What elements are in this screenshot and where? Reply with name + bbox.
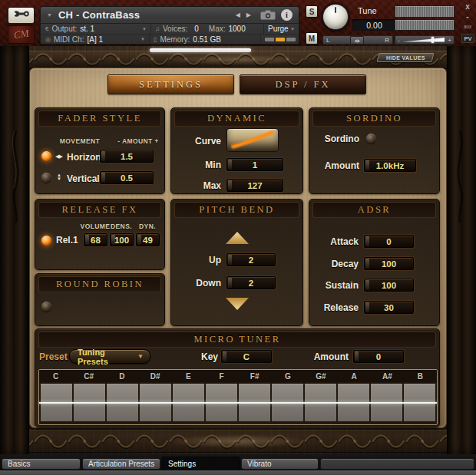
hide-values-button[interactable]: HIDE VALUES bbox=[377, 53, 435, 62]
note-label: A bbox=[338, 372, 371, 381]
vertical-arrows-icon: ▲▼ bbox=[57, 173, 61, 181]
tuner-amount-field[interactable]: 0 bbox=[353, 350, 404, 363]
vertical-led[interactable] bbox=[41, 173, 51, 183]
memory-display: ▯ Memory: 0.51 GB bbox=[149, 35, 260, 44]
horizontal-amount-field[interactable]: 1.5 bbox=[100, 150, 154, 163]
note-label: C# bbox=[72, 372, 105, 381]
midi-channel-select[interactable]: ◎ MIDI Ch: [A] 1 ▼ bbox=[41, 35, 149, 44]
volume-wedge bbox=[402, 36, 445, 44]
aux-button[interactable]: aux bbox=[461, 24, 474, 29]
output-icon: € bbox=[45, 25, 48, 32]
progress-bar bbox=[150, 48, 251, 52]
kontakt-header: CM ▼ CH - ContraBass ◀ ▶ i bbox=[0, 0, 476, 46]
release-dynamic-field[interactable]: 49 bbox=[136, 233, 160, 246]
panel-title: FADER STYLE bbox=[38, 111, 161, 127]
chevron-down-icon[interactable]: ▼ bbox=[47, 12, 52, 18]
voices-icon: ♫ bbox=[155, 25, 160, 32]
panel-title: DYNAMIC bbox=[174, 111, 299, 127]
tab-dsp-fx[interactable]: DSP / FX bbox=[240, 74, 366, 94]
info-button[interactable]: i bbox=[281, 9, 293, 21]
panel-title: ADSR bbox=[312, 202, 436, 218]
prev-arrow-icon[interactable]: ◀ bbox=[236, 12, 240, 18]
release-density-field[interactable]: 100 bbox=[110, 233, 134, 246]
purge-bars bbox=[265, 38, 296, 41]
pitch-down-arrow[interactable] bbox=[226, 298, 249, 310]
note-label: D bbox=[105, 372, 138, 381]
instrument-title: CH - ContraBass bbox=[58, 9, 140, 21]
tune-knob[interactable] bbox=[322, 4, 349, 30]
adsr-attack-field[interactable]: 0 bbox=[364, 235, 414, 248]
bottom-tab-settings[interactable]: Settings bbox=[162, 457, 240, 471]
pitch-up-field[interactable]: 2 bbox=[226, 253, 276, 266]
note-label: C bbox=[39, 372, 72, 381]
mute-button[interactable]: M bbox=[306, 32, 318, 45]
dynamic-max-field[interactable]: 127 bbox=[226, 179, 283, 192]
pitch-up-arrow[interactable] bbox=[226, 232, 249, 244]
volume-slider[interactable]: - + bbox=[395, 35, 455, 45]
release-volume-field[interactable]: 68 bbox=[84, 233, 107, 246]
panel-title: ROUND ROBIN bbox=[38, 276, 161, 292]
instrument-header-panel: ▼ CH - ContraBass ◀ ▶ i € Output: bbox=[40, 6, 299, 45]
panel-title: MICRO TUNER bbox=[38, 332, 436, 348]
tuner-zero-line bbox=[39, 402, 437, 404]
vertical-amount-field[interactable]: 0.5 bbox=[100, 171, 154, 184]
panel-title: SORDINO bbox=[312, 111, 436, 127]
bottom-tab-articulation-presets[interactable]: Articulation Presets bbox=[82, 458, 160, 470]
brand-logo: CM bbox=[8, 25, 35, 44]
pitch-bend-panel: PITCH BEND Up 2 Down 2 bbox=[170, 199, 303, 326]
sordino-amount-field[interactable]: 1.0kHz bbox=[364, 159, 416, 172]
instrument-title-row[interactable]: ▼ CH - ContraBass ◀ ▶ i bbox=[41, 7, 299, 24]
release-fx-panel: RELEASE FX VOLUME DENS. DYN. Rel.1 68 10… bbox=[35, 199, 165, 270]
bottom-tab-basics[interactable]: Basics bbox=[2, 458, 81, 470]
tuner-keyboard: C C# D D# E F F# G G# A A# B bbox=[38, 369, 438, 425]
release-led[interactable] bbox=[41, 236, 51, 246]
adsr-sustain-field[interactable]: 100 bbox=[364, 279, 414, 292]
adsr-decay-field[interactable]: 100 bbox=[364, 257, 414, 270]
output-select[interactable]: € Output: st. 1 ▼ bbox=[41, 24, 150, 34]
pan-slider[interactable]: L ◂|▸ R bbox=[322, 35, 393, 45]
note-label: F bbox=[205, 372, 238, 381]
dropdown-caret-icon: ▼ bbox=[137, 353, 144, 360]
purge-caret-icon: ▼ bbox=[290, 27, 295, 31]
note-label: E bbox=[172, 372, 205, 381]
preset-dropdown[interactable]: Tuning Presets ▼ bbox=[69, 349, 150, 364]
tuner-cells bbox=[39, 382, 437, 423]
sordino-panel: SORDINO Sordino Amount 1.0kHz bbox=[309, 107, 440, 194]
bottom-tab-vibrato[interactable]: Vibrato bbox=[241, 458, 319, 470]
left-pillar-ornament bbox=[0, 46, 29, 454]
wrench-button[interactable] bbox=[8, 7, 35, 24]
curve-display[interactable] bbox=[226, 128, 279, 152]
dynamic-min-field[interactable]: 1 bbox=[226, 158, 283, 171]
pitch-down-field[interactable]: 2 bbox=[226, 276, 276, 289]
pan-grip[interactable]: ◂|▸ bbox=[350, 36, 364, 45]
round-robin-panel: ROUND ROBIN bbox=[35, 273, 165, 326]
close-icon[interactable]: x bbox=[461, 2, 474, 11]
micro-tuner-panel: MICRO TUNER Preset Tuning Presets ▼ Key … bbox=[35, 328, 440, 427]
note-label: A# bbox=[371, 372, 404, 381]
tune-value[interactable]: 0.00 bbox=[352, 19, 396, 31]
level-meter-right bbox=[395, 19, 455, 31]
minimize-icon[interactable]: - bbox=[461, 12, 474, 21]
dynamic-panel: DYNAMIC Curve Min 1 Max 127 bbox=[170, 107, 303, 194]
horizontal-arrows-icon: ◀▶ bbox=[55, 153, 62, 160]
tuner-key-field[interactable]: C bbox=[221, 350, 272, 363]
note-label: B bbox=[404, 372, 437, 381]
sordino-led[interactable] bbox=[366, 134, 376, 143]
solo-button[interactable]: S bbox=[306, 5, 318, 18]
panel-title: RELEASE FX bbox=[38, 202, 161, 218]
right-pillar-ornament bbox=[447, 46, 476, 454]
pv-button[interactable]: PV bbox=[461, 34, 474, 43]
purge-button[interactable]: Purge ▼ bbox=[263, 24, 299, 34]
round-robin-led[interactable] bbox=[41, 302, 51, 312]
horizontal-led[interactable] bbox=[41, 151, 51, 161]
tuner-note-labels: C C# D D# E F F# G G# A A# B bbox=[39, 370, 437, 382]
panel-title: PITCH BEND bbox=[174, 202, 299, 218]
tab-settings[interactable]: SETTINGS bbox=[107, 74, 234, 94]
adsr-release-field[interactable]: 30 bbox=[364, 301, 414, 314]
next-arrow-icon[interactable]: ▶ bbox=[246, 12, 251, 18]
window-controls: x - aux PV bbox=[461, 0, 476, 46]
adsr-panel: ADSR Attack 0 Decay 100 Sustain 100 Rele… bbox=[309, 199, 440, 326]
camera-icon[interactable] bbox=[260, 10, 276, 20]
header-row-2: € Output: st. 1 ▼ ♫ Voices: 0 Max: 1000 … bbox=[41, 24, 299, 34]
volume-grip[interactable] bbox=[431, 37, 434, 43]
